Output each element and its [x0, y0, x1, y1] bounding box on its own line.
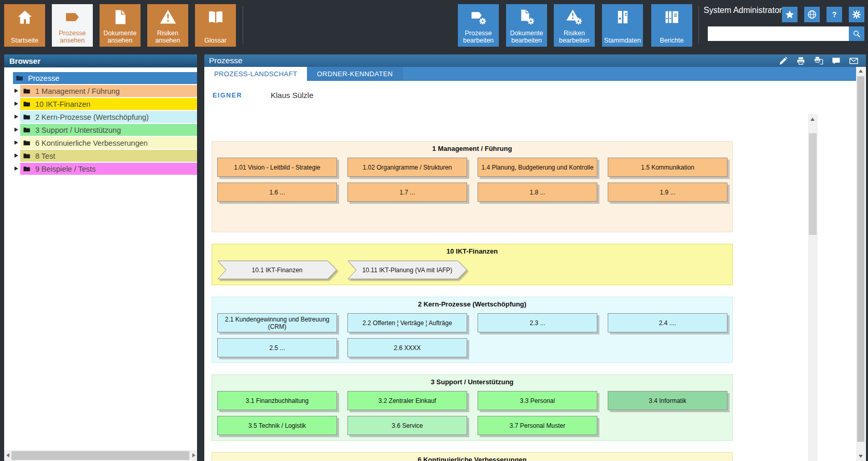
process-box-2-2-offerten-vertr-ge-auftr-ge[interactable]: 2.2 Offerten ¦ Verträge ¦ Aufträge: [347, 313, 467, 332]
nav-startseite[interactable]: Startseite: [4, 4, 45, 47]
process-box-label: 1.6 ...: [269, 189, 285, 196]
sidebar-horizontal-scrollbar: [4, 450, 197, 461]
nav-glossar[interactable]: Glossar: [195, 4, 236, 47]
nav-dokumente-ansehen[interactable]: Dokumente ansehen: [100, 4, 141, 47]
expand-caret-icon[interactable]: [6, 77, 10, 80]
page-scroll-thumb[interactable]: [857, 76, 864, 442]
nav-risiken-ansehen[interactable]: Risiken ansehen: [147, 4, 188, 47]
process-box-2-6-xxxx[interactable]: 2.6 XXXX: [347, 338, 467, 357]
collapse-caret-icon[interactable]: [15, 166, 18, 171]
sidebar-hscroll-thumb[interactable]: [11, 451, 189, 460]
settings-button[interactable]: [849, 7, 864, 22]
nav-risiken-bearbeiten[interactable]: Risiken bearbeiten: [554, 4, 595, 47]
print-all-icon[interactable]: [814, 56, 823, 66]
nav-prozesse-bearbeiten[interactable]: Prozesse bearbeiten: [458, 4, 499, 47]
tree-item-label: 9 Beispiele / Tests: [35, 165, 96, 173]
tree-item-label: 6 Kontinuierliche Verbesserungen: [35, 139, 148, 147]
process-box-3-6-service[interactable]: 3.6 Service: [347, 416, 467, 435]
comment-icon[interactable]: [831, 56, 841, 66]
landscape-scroll-up-button[interactable]: [808, 114, 818, 124]
tree-item-2-kern-prozesse-wertsch-pfung[interactable]: 2 Kern-Prozesse (Wertschöpfung): [4, 111, 197, 123]
search-button[interactable]: [849, 26, 864, 41]
nav-stammdaten[interactable]: Stammdaten: [602, 4, 643, 47]
browser-panel-title: Browser: [4, 54, 197, 67]
nav-prozesse-ansehen[interactable]: Prozesse ansehen: [52, 4, 93, 47]
collapse-caret-icon[interactable]: [15, 153, 18, 158]
help-button[interactable]: ?: [827, 7, 842, 22]
process-box-1-8[interactable]: 1.8 ...: [478, 183, 597, 202]
mail-icon[interactable]: [849, 56, 859, 66]
tree-item-10-ikt-finanzen[interactable]: 10 IKT-Finanzen: [4, 98, 197, 110]
edit-pencil-icon[interactable]: [778, 56, 788, 66]
scroll-left-icon[interactable]: [6, 453, 9, 457]
process-box-3-1-finanzbuchhaltung[interactable]: 3.1 Finanzbuchhaltung: [217, 391, 337, 410]
process-box-1-4-planung-budgetierung-und-kontrolle[interactable]: 1.4 Planung, Budgetierung und Kontrolle: [478, 158, 597, 177]
process-box-1-6[interactable]: 1.6 ...: [217, 183, 337, 202]
process-arrow-10-1-ikt-finanzen[interactable]: 10.1 IKT-Finanzen: [217, 260, 337, 280]
folder-icon: [23, 113, 31, 121]
process-box-3-5-technik-logistik[interactable]: 3.5 Technik / Logistik: [217, 416, 337, 435]
main-panel: Prozesse PROZESS-LANDSCHAFTORDNER-KENNDA…: [204, 54, 866, 461]
collapse-caret-icon[interactable]: [15, 141, 18, 145]
process-box-2-5[interactable]: 2.5 ...: [217, 338, 337, 357]
nav-dokumente-bearbeiten[interactable]: Dokumente bearbeiten: [506, 4, 547, 47]
process-box-3-3-personal[interactable]: 3.3 Personal: [478, 391, 597, 410]
process-box-3-2-zentraler-einkauf[interactable]: 3.2 Zentraler Einkauf: [347, 391, 467, 410]
process-box-3-4-informatik[interactable]: 3.4 Informatik: [608, 391, 727, 410]
process-box-label: 3.4 Informatik: [649, 397, 687, 404]
section-row: 2.1 Kundengewinnung und Betreuung (CRM)2…: [212, 313, 732, 332]
process-box-2-4[interactable]: 2.4 ....: [608, 313, 727, 332]
process-box-3-7-personal-muster[interactable]: 3.7 Personal Muster: [478, 416, 597, 435]
favorites-button[interactable]: [782, 7, 797, 22]
tab-prozess-landschaft[interactable]: PROZESS-LANDSCHAFT: [204, 67, 307, 81]
process-arrow-10-11-ikt-planung-va-mit-iafp[interactable]: 10.11 IKT-Planung (VA mit IAFP): [347, 260, 467, 280]
folder-icon: [23, 139, 31, 147]
landscape-scroll-thumb[interactable]: [809, 133, 817, 235]
process-box-label: 3.5 Technik / Logistik: [248, 422, 306, 429]
process-box-label: 2.3 ...: [529, 319, 545, 327]
collapse-caret-icon[interactable]: [15, 128, 18, 132]
process-box-1-9[interactable]: 1.9 ...: [608, 183, 727, 202]
process-box-2-3[interactable]: 2.3 ...: [478, 313, 597, 332]
collapse-caret-icon[interactable]: [15, 115, 18, 119]
search-input[interactable]: [708, 26, 849, 41]
process-box-label: 2.1 Kundengewinnung und Betreuung (CRM): [218, 316, 337, 330]
glossary-book-icon: [195, 8, 236, 26]
page-scroll-down-icon[interactable]: [859, 455, 863, 458]
process-tree: Prozesse1 Management / Führung10 IKT-Fin…: [4, 72, 197, 176]
process-box-label: 2.6 XXXX: [394, 344, 421, 352]
collapse-caret-icon[interactable]: [15, 89, 18, 93]
collapse-caret-icon[interactable]: [15, 102, 18, 106]
tree-root-prozesse[interactable]: Prozesse: [4, 72, 197, 84]
document-icon: [100, 8, 141, 26]
process-box-label: 1.9 ...: [660, 189, 675, 196]
home-icon: [4, 8, 45, 26]
process-box-label: 3.3 Personal: [520, 397, 555, 404]
folder-icon: [23, 100, 31, 108]
tree-item-8-test[interactable]: 8 Test: [4, 150, 197, 162]
nav-button-label: Dokumente bearbeiten: [507, 30, 546, 44]
tree-item-9-beispiele-tests[interactable]: 9 Beispiele / Tests: [4, 163, 197, 175]
process-box-2-1-kundengewinnung-und-betreuung-crm[interactable]: 2.1 Kundengewinnung und Betreuung (CRM): [217, 313, 337, 332]
process-box-1-7[interactable]: 1.7 ...: [347, 183, 467, 202]
tree-item-6-kontinuierliche-verbesserungen[interactable]: 6 Kontinuierliche Verbesserungen: [4, 137, 197, 149]
tree-item-3-support-unterst-tzung[interactable]: 3 Support / Unterstützung: [4, 124, 197, 136]
nav-berichte[interactable]: Berichte: [651, 4, 692, 47]
process-box-1-5-kommunikation[interactable]: 1.5 Kommunikation: [608, 158, 727, 177]
page-scroll-up-icon[interactable]: [859, 69, 863, 73]
tab-ordner-kenndaten[interactable]: ORDNER-KENNDATEN: [307, 67, 402, 81]
tree-item-1-management-f-hrung[interactable]: 1 Management / Führung: [4, 85, 197, 97]
process-box-label: 3.1 Finanzbuchhaltung: [246, 397, 309, 404]
process-box-1-01-vision-leitbild-strategie[interactable]: 1.01 Vision - Leitbild - Strategie: [217, 158, 337, 177]
scroll-right-icon[interactable]: [192, 453, 195, 457]
section-2-kern-prozesse-wertsch-pfung: 2 Kern-Prozesse (Wertschöpfung)2.1 Kunde…: [212, 297, 733, 363]
owner-value: Klaus Sülzle: [271, 91, 314, 100]
print-icon[interactable]: [796, 56, 806, 66]
folder-icon: [23, 152, 31, 160]
language-button[interactable]: [804, 7, 820, 22]
process-box-1-02-organigramme-strukturen[interactable]: 1.02 Organigramme / Strukturen: [347, 158, 467, 177]
folder-icon: [23, 87, 31, 95]
top-toolbar: StartseiteProzesse ansehenDokumente anse…: [0, 0, 868, 50]
tree-item-label: 10 IKT-Finanzen: [35, 100, 90, 108]
browser-panel: Browser Prozesse1 Management / Führung10…: [4, 54, 197, 461]
